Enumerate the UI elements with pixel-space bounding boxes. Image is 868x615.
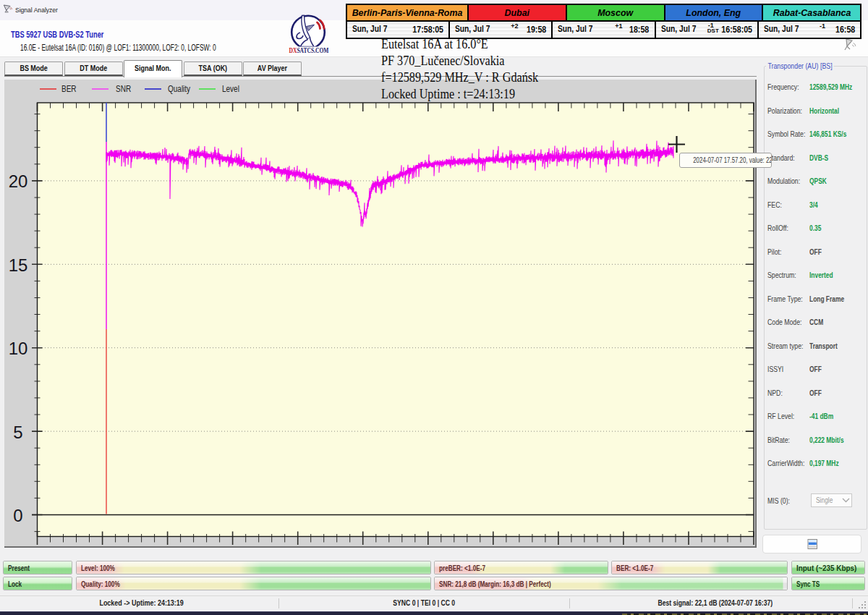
svg-text:DXSATCS.COM: DXSATCS.COM [289, 46, 329, 54]
